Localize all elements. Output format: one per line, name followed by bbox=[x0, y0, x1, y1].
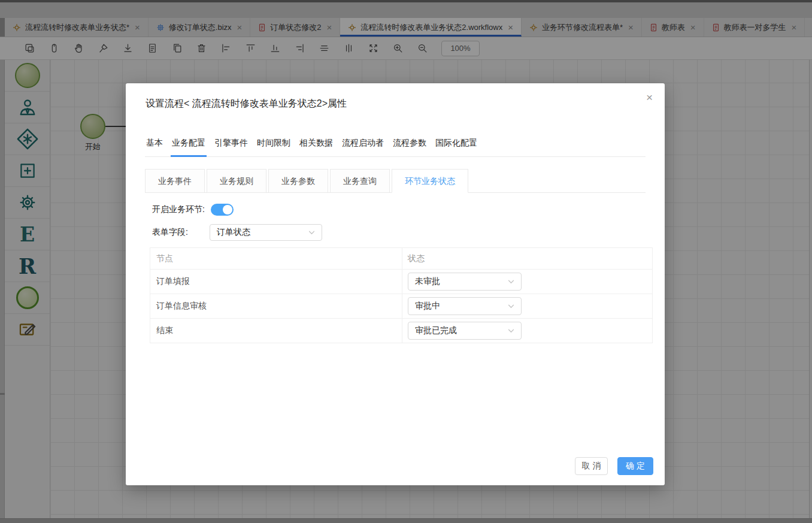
tab-process-initiator[interactable]: 流程启动者 bbox=[341, 138, 385, 156]
chevron-down-icon bbox=[508, 329, 514, 333]
table-row: 订单填报 未审批 bbox=[150, 269, 652, 294]
tab-engine-events[interactable]: 引擎事件 bbox=[213, 138, 249, 156]
toggle-knob bbox=[223, 205, 232, 214]
tab-business-config[interactable]: 业务配置 bbox=[171, 138, 207, 156]
table-header: 节点 状态 bbox=[150, 248, 652, 269]
modal-title: 设置流程< 流程流转时修改表单业务状态2>属性 bbox=[126, 83, 665, 110]
enable-business-node-row: 开启业务环节: bbox=[152, 204, 665, 216]
form-field-value: 订单状态 bbox=[217, 227, 250, 238]
form-field-select[interactable]: 订单状态 bbox=[210, 224, 322, 241]
chevron-down-icon bbox=[508, 280, 514, 284]
modal-footer: 取 消 确 定 bbox=[575, 457, 653, 475]
toggle-label: 开启业务环节: bbox=[152, 204, 205, 215]
node-name: 结束 bbox=[150, 319, 402, 343]
tab-i18n-config[interactable]: 国际化配置 bbox=[434, 138, 478, 156]
status-select[interactable]: 审批中 bbox=[408, 297, 522, 315]
node-name: 订单填报 bbox=[150, 270, 402, 294]
status-value: 审批已完成 bbox=[415, 325, 457, 336]
tab-process-params[interactable]: 流程参数 bbox=[392, 138, 428, 156]
node-status-table: 节点 状态 订单填报 未审批 订单信息审核 审批中 bbox=[150, 247, 653, 343]
confirm-button[interactable]: 确 定 bbox=[617, 457, 653, 475]
form-field-row: 表单字段: 订单状态 bbox=[152, 224, 665, 241]
status-select[interactable]: 未审批 bbox=[408, 273, 522, 291]
subtab-business-query[interactable]: 业务查询 bbox=[330, 169, 390, 193]
subtab-node-business-status[interactable]: 环节业务状态 bbox=[392, 169, 468, 193]
form-field-label: 表单字段: bbox=[152, 227, 210, 238]
status-select[interactable]: 审批已完成 bbox=[408, 322, 522, 340]
subtab-business-events[interactable]: 业务事件 bbox=[145, 169, 205, 193]
table-row: 订单信息审核 审批中 bbox=[150, 294, 652, 318]
tab-basic[interactable]: 基本 bbox=[145, 138, 164, 156]
tab-related-data[interactable]: 相关数据 bbox=[298, 138, 334, 156]
process-properties-modal: × 设置流程< 流程流转时修改表单业务状态2>属性 基本 业务配置 引擎事件 时… bbox=[126, 83, 665, 485]
modal-tabbar: 基本 业务配置 引擎事件 时间限制 相关数据 流程启动者 流程参数 国际化配置 bbox=[145, 138, 646, 157]
close-icon[interactable]: × bbox=[646, 92, 653, 103]
chevron-down-icon bbox=[308, 231, 315, 235]
subtab-business-params[interactable]: 业务参数 bbox=[268, 169, 328, 193]
tab-time-limit[interactable]: 时间限制 bbox=[256, 138, 292, 156]
status-value: 审批中 bbox=[415, 301, 440, 312]
enable-business-node-toggle[interactable] bbox=[211, 204, 234, 216]
node-name: 订单信息审核 bbox=[150, 294, 402, 318]
status-value: 未审批 bbox=[415, 276, 440, 287]
subtab-business-rules[interactable]: 业务规则 bbox=[207, 169, 266, 193]
cancel-button[interactable]: 取 消 bbox=[575, 457, 608, 475]
chevron-down-icon bbox=[508, 304, 514, 309]
business-config-subtabs: 业务事件 业务规则 业务参数 业务查询 环节业务状态 bbox=[145, 169, 646, 193]
screen: 流程流转时修改表单业务状态* × 修改订单状态.bizx × 订单状态修改2 ×… bbox=[0, 0, 812, 523]
column-header-node: 节点 bbox=[150, 248, 402, 269]
table-row: 结束 审批已完成 bbox=[150, 318, 652, 343]
column-header-status: 状态 bbox=[402, 248, 652, 269]
